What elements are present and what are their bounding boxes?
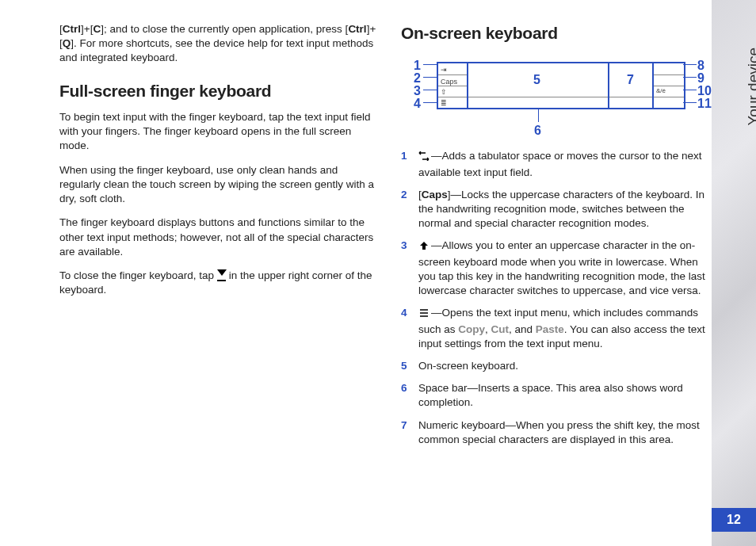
kb-right-keys: &/é	[654, 63, 684, 108]
legend-num: 6	[401, 381, 418, 410]
finger-p3: The finger keyboard displays buttons and…	[59, 216, 376, 259]
legend-item-6: 6 Space bar—Inserts a space. This area a…	[401, 381, 718, 410]
legend-text: —Allows you to enter an uppercase charac…	[418, 239, 718, 298]
legend-num: 5	[401, 359, 418, 373]
intro-text-1: ; and to close the currently open applic…	[104, 23, 346, 35]
section-tab: Your device	[743, 48, 756, 126]
finger-p4: To close the finger keyboard, tap in the…	[59, 269, 376, 297]
right-column: On-screen keyboard ⇥ Caps ⇧ ≣ 5	[401, 22, 718, 455]
legend-num: 7	[401, 418, 418, 447]
legend-item-5: 5 On-screen keyboard.	[401, 359, 718, 373]
callout-7: 7	[627, 71, 634, 89]
menu-icon	[418, 307, 430, 322]
kb-left-keys: ⇥ Caps ⇧ ≣	[438, 63, 468, 108]
shift-icon	[418, 240, 430, 254]
tab-key-icon: ⇥	[441, 65, 447, 74]
legend-text: On-screen keyboard.	[418, 359, 718, 373]
caps-label: Caps	[422, 189, 448, 200]
legend-item-3: 3 —Allows you to enter an uppercase char…	[401, 239, 718, 298]
legend-item-4: 4 —Opens the text input menu, which incl…	[401, 306, 718, 351]
legend-text: —Adds a tabulator space or moves the cur…	[418, 149, 718, 179]
callout-5: 5	[533, 71, 540, 89]
legend-num: 2	[401, 188, 418, 231]
close-keyboard-icon	[217, 271, 226, 281]
heading-finger-keyboard: Full-screen finger keyboard	[59, 80, 376, 102]
legend-list: 1 —Adds a tabulator space or moves the c…	[401, 149, 718, 447]
intro-text-2: . For more shortcuts, see the device hel…	[59, 37, 373, 63]
kb-numeric-keys: 7	[609, 63, 654, 108]
heading-onscreen-keyboard: On-screen keyboard	[401, 22, 718, 44]
left-column: [Ctrl]+[C]; and to close the currently o…	[59, 22, 376, 307]
legend-item-2: 2 [Caps]—Locks the uppercase characters …	[401, 188, 718, 231]
caps-key-label: Caps	[441, 77, 457, 86]
key-ctrl: Ctrl	[63, 23, 81, 35]
key-ctrl-2: Ctrl	[348, 23, 366, 35]
finger-p2: When using the finger keyboard, use only…	[59, 163, 376, 207]
legend-num: 1	[401, 149, 418, 179]
kb-main-keys: 5	[468, 63, 609, 108]
copy-label: Copy	[458, 323, 485, 335]
legend-text: —Opens the text input menu, which includ…	[418, 306, 718, 351]
paste-label: Paste	[536, 323, 564, 335]
legend-text: Space bar—Inserts a space. This area als…	[418, 381, 718, 410]
finger-p4a: To close the finger keyboard, tap	[59, 269, 217, 281]
legend-num: 4	[401, 306, 418, 351]
page-number: 12	[712, 508, 756, 532]
keyboard-frame: ⇥ Caps ⇧ ≣ 5 7 &/é	[437, 62, 685, 109]
alt-key-label: &/é	[656, 87, 666, 96]
legend-item-1: 1 —Adds a tabulator space or moves the c…	[401, 149, 718, 179]
keyboard-diagram: ⇥ Caps ⇧ ≣ 5 7 &/é	[401, 52, 718, 139]
key-q: Q	[63, 37, 71, 49]
tab-icon	[418, 151, 430, 165]
legend-text: [Caps]—Locks the uppercase characters of…	[418, 188, 718, 231]
cut-label: Cut	[491, 323, 510, 335]
key-c: C	[93, 23, 101, 35]
menu-key-icon: ≣	[441, 98, 447, 108]
intro-paragraph: [Ctrl]+[C]; and to close the currently o…	[59, 22, 376, 66]
callout-4: 4	[414, 95, 421, 113]
shift-key-icon: ⇧	[441, 87, 447, 97]
legend-item-7: 7 Numeric keyboard—When you press the sh…	[401, 418, 718, 447]
callout-6: 6	[534, 122, 541, 139]
finger-p1: To begin text input with the finger keyb…	[59, 110, 376, 154]
page: [Ctrl]+[C]; and to close the currently o…	[0, 0, 756, 546]
legend-num: 3	[401, 239, 418, 298]
legend-text: Numeric keyboard—When you press the shif…	[418, 418, 718, 447]
callout-11: 11	[697, 95, 712, 113]
